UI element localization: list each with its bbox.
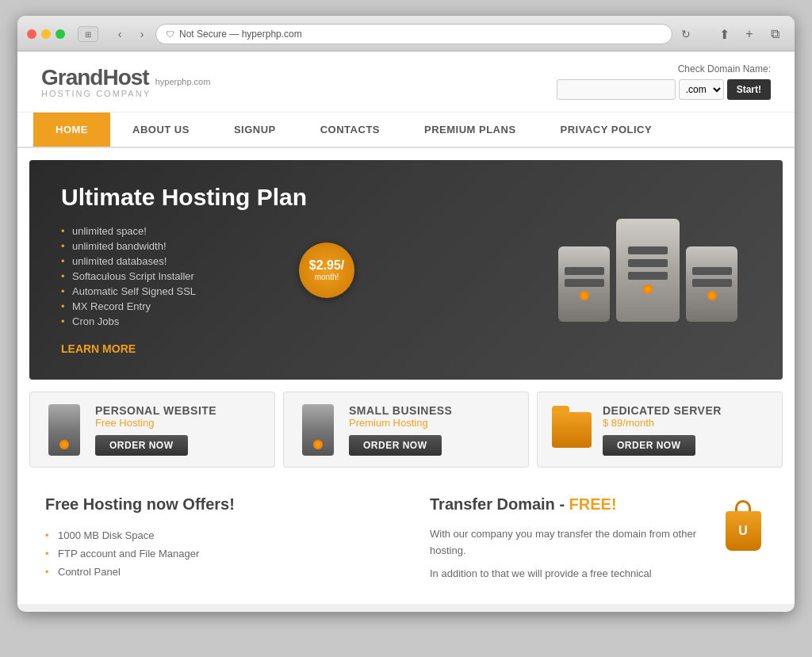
browser-actions: ⬆ + ⧉ [714,25,785,43]
nav-list: HOME ABOUT US SIGNUP CONTACTS PREMIUM PL… [17,113,795,147]
nav-item-premium[interactable]: PREMIUM PLANS [402,113,538,147]
free-hosting-title: Free Hosting now Offers! [45,495,382,514]
server-unit-small [558,246,610,322]
plan-card-personal: PERSONAL WEBSITE Free Hosting ORDER NOW [29,392,275,468]
server-disk [565,267,604,275]
back-button[interactable]: ‹ [111,25,128,43]
domain-ext-select[interactable]: .com .net .org [679,79,724,100]
forward-button[interactable]: › [133,25,151,43]
plan-title-business: SMALL BUSINESS [349,404,516,417]
server-disk [565,279,604,287]
nav-item-contacts[interactable]: CONTACTS [298,113,402,147]
server-illustration [558,219,737,322]
server-disk [628,272,668,280]
bag-handle [735,500,751,511]
price-badge: $2.95/ month! [299,243,354,298]
nav-item-signup[interactable]: SIGNUP [212,113,298,147]
nav-item-about[interactable]: ABOUT US [110,113,212,147]
lower-content: Free Hosting now Offers! 1000 MB Disk Sp… [29,479,783,604]
feature-item: Automatic Self Signed SSL [61,284,545,299]
order-btn-business[interactable]: ORDER NOW [349,435,442,456]
share-button[interactable]: ⬆ [714,25,734,43]
domain-check-form: .com .net .org Start! [557,79,771,100]
learn-more-link[interactable]: LEARN MORE [61,342,136,355]
server-unit-medium [686,246,737,322]
plan-icon-business [296,402,339,457]
tower-icon-business [302,404,334,456]
nav-link-privacy[interactable]: PRIVACY POLICY [538,113,675,147]
hero-title: Ultimate Hosting Plan [61,184,545,211]
transfer-title-highlight: FREE! [569,495,617,513]
plan-title-dedicated: DEDICATED SERVER [603,404,770,417]
nav-item-home[interactable]: HOME [33,113,110,147]
security-icon: 🛡 [166,29,174,39]
minimize-button[interactable] [41,29,51,39]
hosting-plans: PERSONAL WEBSITE Free Hosting ORDER NOW … [29,392,783,468]
feature-item: Cron Jobs [61,314,545,329]
refresh-button[interactable]: ↻ [677,25,695,43]
plan-info-dedicated: DEDICATED SERVER $ 89/month ORDER NOW [603,404,770,456]
nav-item-privacy[interactable]: PRIVACY POLICY [538,113,675,147]
transfer-text1: With our company you may transfer the do… [430,526,707,560]
order-btn-personal[interactable]: ORDER NOW [95,435,188,456]
shopping-bag-icon: U [726,511,761,551]
start-button[interactable]: Start! [727,79,771,100]
nav-link-about[interactable]: ABOUT US [110,113,212,147]
server-light [643,285,653,294]
feature-item: MX Record Entry [61,299,545,314]
bag-icon-area: U [719,495,767,588]
free-hosting-section: Free Hosting now Offers! 1000 MB Disk Sp… [29,479,398,604]
plan-info-business: SMALL BUSINESS Premium Hosting ORDER NOW [349,404,516,456]
nav-link-premium[interactable]: PREMIUM PLANS [402,113,538,147]
browser-window: ⊞ ‹ › 🛡 Not Secure — hyperphp.com ↻ ⬆ + … [17,16,795,612]
logo-area: GrandHost hyperphp.com HOSTING COMPANY [41,65,210,98]
transfer-section: Transfer Domain - FREE! With our company… [414,479,783,604]
plan-icon-personal [42,402,86,457]
tab-overview-button[interactable]: ⊞ [78,26,98,42]
new-tab-button[interactable]: + [739,25,760,43]
website-content: GrandHost hyperphp.com HOSTING COMPANY C… [17,52,795,604]
plan-card-dedicated: DEDICATED SERVER $ 89/month ORDER NOW [537,392,783,468]
nav-link-contacts[interactable]: CONTACTS [298,113,402,147]
close-button[interactable] [27,29,36,39]
nav-link-home[interactable]: HOME [33,113,110,147]
browser-titlebar: ⊞ ‹ › 🛡 Not Secure — hyperphp.com ↻ ⬆ + … [17,16,795,52]
price-unit: month! [315,273,339,282]
transfer-title: Transfer Domain - FREE! [430,495,707,514]
plan-subtitle-business: Premium Hosting [349,417,516,429]
plan-card-business: SMALL BUSINESS Premium Hosting ORDER NOW [283,392,529,468]
free-feature-item: 1000 MB Disk Space [45,526,382,544]
nav-link-signup[interactable]: SIGNUP [212,113,298,147]
logo-subtitle: HOSTING COMPANY [41,89,210,98]
address-bar[interactable]: 🛡 Not Secure — hyperphp.com [155,24,672,44]
tabs-button[interactable]: ⧉ [764,25,785,43]
folder-icon [552,412,592,448]
site-nav: HOME ABOUT US SIGNUP CONTACTS PREMIUM PL… [17,113,795,148]
plan-subtitle-dedicated: $ 89/month [603,417,770,429]
domain-input[interactable] [557,79,676,100]
logo-text: GrandHost [41,65,149,90]
free-feature-item: Control Panel [45,563,382,581]
tower-icon [48,404,80,456]
url-text: Not Secure — hyperphp.com [179,29,302,40]
server-light [580,291,589,300]
price-amount: $2.95/ [309,258,344,273]
browser-controls: ⊞ [78,26,98,42]
transfer-content: Transfer Domain - FREE! With our company… [430,495,707,588]
free-hosting-features: 1000 MB Disk Space FTP account and File … [45,526,382,581]
server-disk [692,267,732,275]
site-header: GrandHost hyperphp.com HOSTING COMPANY C… [17,52,795,113]
address-bar-area: ‹ › 🛡 Not Secure — hyperphp.com ↻ [111,24,695,44]
feature-item: unlimited bandwidth! [61,239,545,254]
transfer-title-text: Transfer Domain - [430,495,565,513]
domain-check-label: Check Domain Name: [678,63,771,74]
hero-image [545,207,751,334]
plan-subtitle-personal: Free Hosting [95,417,262,429]
order-btn-dedicated[interactable]: ORDER NOW [603,435,695,456]
plan-title-personal: PERSONAL WEBSITE [95,404,262,417]
server-disk [628,259,668,267]
maximize-button[interactable] [56,29,65,39]
server-disk [628,246,668,254]
plan-info-personal: PERSONAL WEBSITE Free Hosting ORDER NOW [95,404,262,456]
free-feature-item: FTP account and File Manager [45,544,382,563]
